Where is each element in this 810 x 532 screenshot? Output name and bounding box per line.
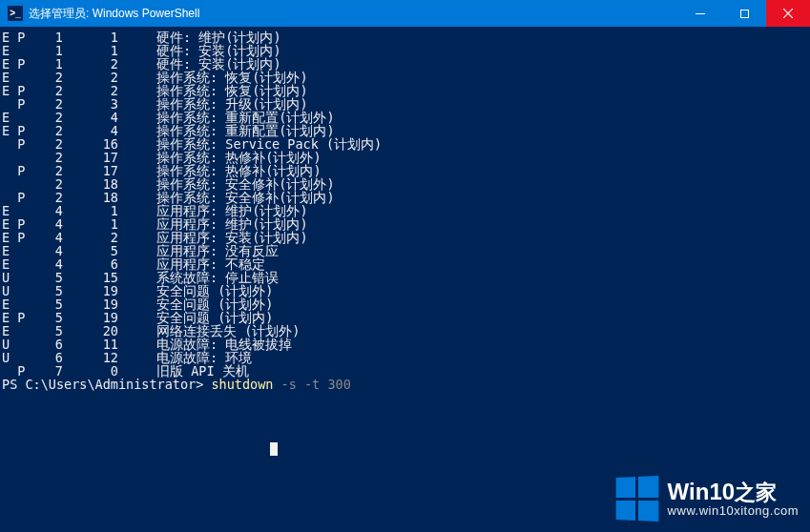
row-col-b: 11 (95, 338, 118, 351)
row-col-b: 2 (95, 84, 118, 97)
row-flags: P (2, 364, 34, 378)
powershell-icon: >_ (8, 6, 23, 21)
output-row: U 515系统故障: 停止错误 (2, 271, 808, 284)
row-flags: E P (2, 57, 34, 71)
row-category: 操作系统: (156, 84, 225, 97)
titlebar: >_ 选择管理员: Windows PowerShell (0, 0, 810, 27)
output-row: E P11硬件: 维护(计划内) (2, 31, 808, 44)
row-category: 硬件: (156, 44, 198, 57)
row-col-a: 1 (34, 44, 63, 57)
row-category: 电源故障: (156, 351, 225, 364)
row-col-b: 4 (95, 124, 118, 137)
row-category: 硬件: (156, 31, 198, 44)
row-col-b: 1 (95, 217, 118, 231)
output-row: P217操作系统: 热修补(计划内) (2, 164, 808, 177)
row-description: 安装(计划内) (225, 231, 307, 244)
row-description: (计划外) (218, 284, 273, 297)
row-col-a: 4 (34, 204, 63, 217)
row-category: 操作系统: (156, 177, 225, 191)
row-col-a: 7 (34, 364, 63, 378)
row-col-a: 2 (34, 177, 63, 191)
output-row: U 519安全问题 (计划外) (2, 284, 808, 297)
row-col-a: 6 (34, 338, 63, 351)
output-row: E P12硬件: 安装(计划内) (2, 57, 808, 71)
row-flags: U (2, 271, 34, 284)
row-col-a: 5 (34, 271, 63, 284)
row-flags: U (2, 351, 34, 364)
row-col-a: 4 (34, 217, 63, 231)
row-col-a: 5 (34, 297, 63, 311)
close-button[interactable] (766, 0, 810, 27)
output-row: E 46应用程序: 不稳定 (2, 257, 808, 271)
watermark-url: www.win10xitong.com (668, 504, 799, 518)
maximize-button[interactable] (722, 0, 766, 27)
row-category: 应用程序: (156, 204, 225, 217)
row-col-a: 2 (34, 191, 63, 204)
row-col-b: 17 (95, 164, 118, 177)
minimize-button[interactable] (678, 0, 722, 27)
output-row: U 612电源故障: 环境 (2, 351, 808, 364)
row-col-b: 19 (95, 284, 118, 297)
row-category: 应用程序: (156, 257, 225, 271)
prompt-path: PS C:\Users\Administrator> (2, 378, 211, 391)
output-row: E 11硬件: 安装(计划内) (2, 44, 808, 57)
row-description: 维护(计划外) (225, 204, 307, 217)
row-category: 系统故障: (156, 271, 225, 284)
row-flags (2, 177, 34, 191)
row-col-b: 0 (95, 364, 118, 378)
row-flags: P (2, 164, 34, 177)
row-category: 安全问题 (156, 311, 218, 324)
row-category: 操作系统: (156, 137, 225, 151)
row-flags: E P (2, 31, 34, 44)
close-icon (783, 9, 793, 18)
prompt-line[interactable]: PS C:\Users\Administrator> shutdown -s -… (2, 378, 808, 391)
row-description: 热修补(计划内) (225, 164, 321, 177)
row-col-b: 15 (95, 271, 118, 284)
row-col-a: 4 (34, 257, 63, 271)
row-category: 应用程序: (156, 231, 225, 244)
row-col-b: 2 (95, 231, 118, 244)
row-flags: E (2, 71, 34, 84)
row-col-a: 2 (34, 151, 63, 164)
row-description: 恢复(计划内) (225, 84, 307, 97)
output-row: E P24操作系统: 重新配置(计划内) (2, 124, 808, 137)
row-flags: P (2, 97, 34, 111)
row-col-a: 2 (34, 124, 63, 137)
terminal-output[interactable]: E P11硬件: 维护(计划内)E 11硬件: 安装(计划内)E P12硬件: … (0, 27, 810, 393)
row-description: (计划内) (218, 311, 273, 324)
row-category: 操作系统: (156, 164, 225, 177)
watermark-title: Win10之家 (668, 480, 799, 504)
output-row: P70旧版 API 关机 (2, 364, 808, 378)
row-col-a: 6 (34, 351, 63, 364)
row-category: 操作系统: (156, 111, 225, 124)
row-description: 恢复(计划外) (225, 71, 307, 84)
windows-logo-icon (615, 476, 658, 522)
row-description: 安装(计划内) (198, 57, 280, 71)
row-col-b: 19 (95, 297, 118, 311)
row-category: 操作系统: (156, 191, 225, 204)
row-category: 电源故障: (156, 338, 225, 351)
row-col-a: 2 (34, 164, 63, 177)
row-col-a: 2 (34, 111, 63, 124)
output-row: P218操作系统: 安全修补(计划内) (2, 191, 808, 204)
row-description: 关机 (222, 364, 249, 378)
row-description: 安装(计划内) (198, 44, 280, 57)
row-category: 安全问题 (156, 284, 218, 297)
row-flags: E (2, 44, 34, 57)
row-category: 操作系统: (156, 97, 225, 111)
row-flags: E P (2, 311, 34, 324)
row-col-b: 6 (95, 257, 118, 271)
row-description: 升级(计划内) (225, 97, 307, 111)
row-flags: E (2, 204, 34, 217)
output-row: P216操作系统: Service Pack (计划内) (2, 137, 808, 151)
row-col-b: 1 (95, 31, 118, 44)
row-description: Service Pack (计划内) (225, 137, 382, 151)
row-description: 重新配置(计划外) (225, 111, 334, 124)
row-col-b: 1 (95, 204, 118, 217)
output-row: E 22操作系统: 恢复(计划外) (2, 71, 808, 84)
output-row: E 24操作系统: 重新配置(计划外) (2, 111, 808, 124)
row-description: (计划外) (244, 324, 300, 338)
row-description: 电线被拔掉 (225, 338, 292, 351)
row-flags: E P (2, 231, 34, 244)
row-flags: U (2, 284, 34, 297)
